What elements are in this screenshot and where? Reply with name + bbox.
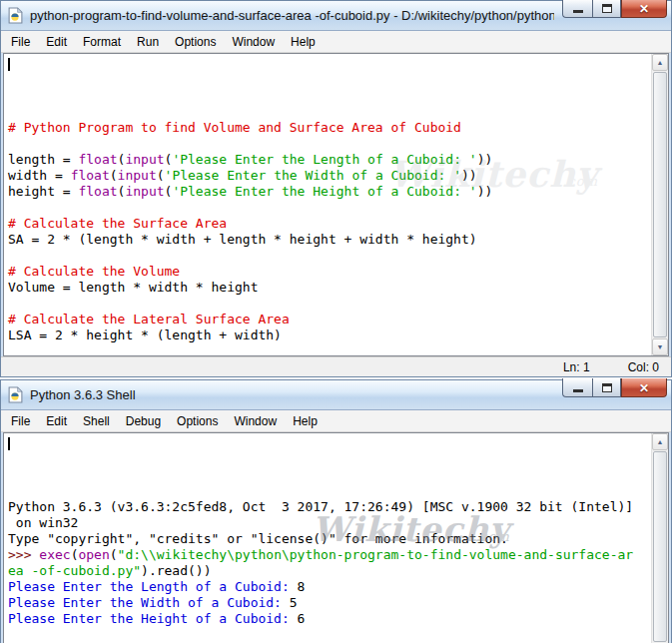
shell-close-button[interactable]: [621, 378, 667, 397]
editor-menu-format[interactable]: Format: [75, 32, 129, 52]
shell-titlebar[interactable]: Python 3.6.3 Shell: [1, 380, 671, 410]
editor-text-area[interactable]: Wikitechy.com # Python Program to find V…: [4, 54, 651, 355]
text-line: Please Enter the Width of a Cuboid: 5: [8, 595, 651, 611]
text-line: # Python Program to find Volume and Surf…: [8, 120, 651, 136]
editor-window-title: python-program-to-find-volume-and-surfac…: [30, 8, 554, 23]
text-line: Please Enter the Height of a Cuboid: 6: [8, 611, 651, 627]
editor-scrollbar[interactable]: [651, 54, 668, 355]
text-cursor: [8, 58, 10, 71]
shell-scrollbar[interactable]: [651, 433, 668, 643]
minimize-icon: [573, 389, 583, 392]
text-line: length = float(input('Please Enter the L…: [8, 152, 651, 168]
editor-menu-options[interactable]: Options: [167, 32, 224, 52]
text-line: [8, 200, 651, 216]
editor-menu-file[interactable]: File: [3, 32, 38, 52]
text-line: Type "copyright", "credits" or "license(…: [8, 531, 651, 547]
line-indicator: Ln: 1: [563, 360, 590, 374]
editor-menubar: FileEditFormatRunOptionsWindowHelp: [1, 31, 671, 53]
text-line: width = float(input('Please Enter the Wi…: [8, 168, 651, 184]
editor-close-button[interactable]: [621, 0, 667, 18]
scroll-up-button[interactable]: [652, 433, 668, 450]
shell-menubar: FileEditShellDebugOptionsWindowHelp: [1, 410, 671, 432]
text-line: on win32: [8, 515, 651, 531]
close-icon: [639, 1, 649, 16]
text-line: Please Enter the Length of a Cuboid: 8: [8, 579, 651, 595]
editor-minimize-button[interactable]: [562, 0, 592, 18]
editor-menu-run[interactable]: Run: [129, 32, 167, 52]
editor-menu-help[interactable]: Help: [283, 32, 324, 52]
maximize-icon: [602, 4, 612, 13]
scroll-up-button[interactable]: [652, 54, 668, 71]
shell-window: Python 3.6.3 Shell FileEditShellDebugOpt…: [0, 379, 672, 643]
minimize-icon: [573, 10, 583, 13]
text-line: [8, 296, 651, 312]
text-line: [8, 627, 651, 643]
editor-statusbar: Ln: 1 Col: 0: [1, 356, 671, 376]
text-line: >>> exec(open("d:\\wikitechy\python\pyth…: [8, 547, 651, 563]
shell-menu-options[interactable]: Options: [169, 411, 226, 431]
text-line: SA = 2 * (length * width + length * heig…: [8, 232, 651, 248]
shell-minimize-button[interactable]: [562, 378, 592, 397]
text-line: ea -of-cuboid.py").read()): [8, 563, 651, 579]
shell-text-frame: Wikitechy.com Python 3.6.3 (v3.6.3:2c5fe…: [3, 432, 669, 643]
editor-titlebar[interactable]: python-program-to-find-volume-and-surfac…: [1, 1, 671, 31]
editor-window: python-program-to-find-volume-and-surfac…: [0, 0, 672, 377]
text-line: # Calculate the Surface Area: [8, 216, 651, 232]
editor-menu-window[interactable]: Window: [224, 32, 283, 52]
shell-menu-help[interactable]: Help: [285, 411, 326, 431]
editor-menu-edit[interactable]: Edit: [38, 32, 75, 52]
scroll-thumb[interactable]: [653, 72, 667, 337]
shell-maximize-button[interactable]: [592, 378, 621, 397]
text-line: [8, 343, 651, 355]
text-line: Python 3.6.3 (v3.6.3:2c5fed8, Oct 3 2017…: [8, 499, 651, 515]
column-indicator: Col: 0: [628, 360, 659, 374]
text-line: [8, 248, 651, 264]
shell-window-title: Python 3.6.3 Shell: [30, 387, 554, 402]
shell-menu-window[interactable]: Window: [226, 411, 285, 431]
close-icon: [639, 380, 649, 395]
text-line: # Calculate the Lateral Surface Area: [8, 312, 651, 327]
idle-file-icon: [7, 7, 24, 24]
text-line: Volume = length * width * height: [8, 280, 651, 296]
shell-menu-edit[interactable]: Edit: [38, 411, 75, 431]
shell-menu-debug[interactable]: Debug: [118, 411, 169, 431]
shell-caption-buttons: [562, 378, 667, 397]
editor-caption-buttons: [562, 0, 667, 18]
text-line: [8, 136, 651, 152]
scroll-thumb[interactable]: [653, 451, 667, 642]
shell-menu-shell[interactable]: Shell: [75, 411, 118, 431]
desktop: python-program-to-find-volume-and-surfac…: [0, 0, 672, 643]
editor-text-frame: Wikitechy.com # Python Program to find V…: [3, 53, 669, 356]
text-line: LSA = 2 * height * (length + width): [8, 327, 651, 343]
shell-menu-file[interactable]: File: [3, 411, 38, 431]
text-cursor: [8, 437, 10, 450]
idle-shell-icon: [7, 386, 24, 403]
shell-text-area[interactable]: Wikitechy.com Python 3.6.3 (v3.6.3:2c5fe…: [4, 433, 651, 643]
scroll-down-button[interactable]: [652, 338, 668, 355]
maximize-icon: [602, 383, 612, 392]
editor-maximize-button[interactable]: [592, 0, 621, 18]
text-line: height = float(input('Please Enter the H…: [8, 184, 651, 200]
text-line: # Calculate the Volume: [8, 264, 651, 280]
